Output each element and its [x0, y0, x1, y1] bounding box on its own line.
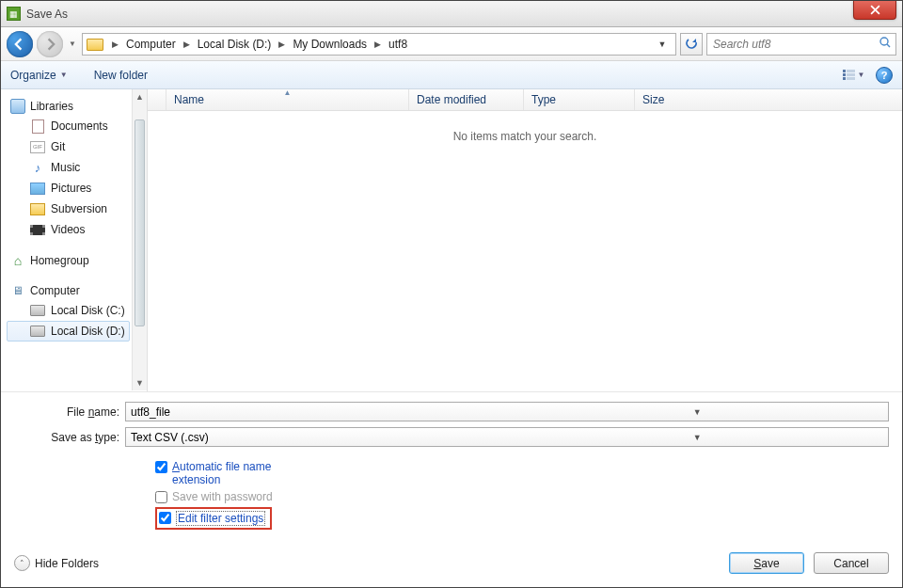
edit-filter-label: Edit filter settings: [176, 511, 265, 526]
close-button[interactable]: [853, 1, 896, 20]
sidebar-item-music[interactable]: Music: [7, 157, 130, 178]
chevron-up-icon: ˄: [14, 555, 30, 571]
titlebar: ▦ Save As: [1, 1, 902, 27]
pictures-icon: [30, 181, 45, 196]
breadcrumb-d-drive[interactable]: Local Disk (D:): [195, 38, 275, 51]
file-name-label: File name:: [14, 405, 125, 419]
back-button[interactable]: [7, 31, 33, 57]
bottom-form: File name: utf8_file ▼ Save as type: Tex…: [1, 391, 902, 587]
svg-rect-4: [847, 73, 855, 76]
svg-rect-2: [847, 70, 855, 72]
music-icon: [30, 160, 45, 175]
sidebar-item-c-drive[interactable]: Local Disk (C:): [7, 300, 130, 321]
address-dropdown[interactable]: ▼: [653, 35, 672, 54]
computer-icon: [10, 283, 25, 298]
column-spacer: [148, 89, 166, 110]
sidebar-group-libraries[interactable]: Libraries: [7, 97, 130, 116]
chevron-right-icon[interactable]: ▶: [179, 40, 195, 49]
file-name-value: utf8_file: [131, 405, 509, 419]
disk-icon: [30, 303, 45, 318]
svg-point-0: [880, 38, 888, 45]
organize-menu[interactable]: Organize ▼: [10, 69, 68, 82]
auto-extension-label: Automatic file name extension: [172, 460, 323, 486]
save-button[interactable]: Save: [729, 552, 804, 574]
breadcrumb-computer[interactable]: Computer: [123, 38, 179, 51]
app-icon: ▦: [7, 7, 21, 21]
organize-label: Organize: [10, 69, 56, 82]
search-box[interactable]: [706, 33, 896, 56]
scroll-up-icon[interactable]: ▲: [133, 89, 147, 104]
search-input[interactable]: [711, 37, 879, 52]
file-list-pane: ▲ Name Date modified Type Size No items …: [148, 89, 902, 391]
sidebar-item-subversion[interactable]: Subversion: [7, 199, 130, 219]
save-type-row: Save as type: Text CSV (.csv) ▼: [14, 427, 889, 447]
refresh-button[interactable]: [680, 33, 703, 56]
sidebar-item-d-drive[interactable]: Local Disk (D:): [7, 321, 130, 342]
help-button[interactable]: ?: [876, 67, 893, 84]
sidebar-item-git[interactable]: Git: [7, 136, 130, 157]
document-icon: [30, 119, 45, 134]
computer-label: Computer: [30, 284, 80, 297]
button-row: ˄ Hide Folders Save Cancel: [14, 552, 889, 574]
column-type[interactable]: Type: [524, 89, 635, 110]
column-size[interactable]: Size: [635, 89, 902, 110]
cancel-button[interactable]: Cancel: [814, 552, 889, 574]
column-headers: ▲ Name Date modified Type Size: [148, 89, 902, 111]
breadcrumb-utf8[interactable]: utf8: [386, 38, 410, 51]
chevron-down-icon[interactable]: ▼: [509, 407, 887, 417]
homegroup-icon: [10, 253, 25, 268]
column-name[interactable]: ▲ Name: [166, 89, 409, 110]
address-bar[interactable]: ▶ Computer ▶ Local Disk (D:) ▶ My Downlo…: [82, 33, 676, 56]
homegroup-label: Homegroup: [30, 254, 89, 267]
save-password-checkbox[interactable]: Save with password: [155, 490, 273, 503]
scroll-thumb[interactable]: [135, 119, 145, 326]
hide-folders-button[interactable]: ˄ Hide Folders: [14, 555, 99, 571]
edit-filter-highlight: Edit filter settings: [155, 507, 272, 530]
chevron-right-icon[interactable]: ▶: [107, 40, 123, 49]
sidebar-item-documents[interactable]: Documents: [7, 116, 130, 136]
arrow-right-icon: [43, 38, 56, 51]
forward-button[interactable]: [37, 31, 63, 57]
hide-folders-label: Hide Folders: [35, 557, 99, 570]
folder-icon: [87, 38, 103, 51]
auto-extension-checkbox[interactable]: Automatic file name extension: [155, 460, 323, 486]
chevron-down-icon[interactable]: ▼: [509, 433, 887, 442]
edit-filter-input[interactable]: [159, 512, 171, 524]
sidebar-item-pictures[interactable]: Pictures: [7, 178, 130, 199]
column-date[interactable]: Date modified: [409, 89, 524, 110]
file-name-input[interactable]: utf8_file ▼: [125, 402, 889, 421]
scroll-down-icon[interactable]: ▼: [133, 375, 147, 390]
search-icon: [879, 36, 892, 52]
views-icon: [842, 69, 856, 81]
save-type-value: Text CSV (.csv): [131, 431, 509, 444]
sidebar-group-computer[interactable]: Computer: [7, 281, 130, 300]
empty-message: No items match your search.: [148, 111, 902, 162]
save-as-dialog: ▦ Save As ▼ ▶ Computer ▶ Local Disk (D:)…: [0, 0, 903, 588]
libraries-label: Libraries: [30, 100, 73, 113]
disk-icon: [30, 324, 45, 339]
save-type-select[interactable]: Text CSV (.csv) ▼: [125, 427, 889, 447]
history-dropdown[interactable]: ▼: [67, 40, 78, 48]
window-controls: [853, 1, 902, 20]
sidebar: Libraries Documents Git Music Pictures S…: [1, 89, 148, 391]
close-icon: [870, 5, 880, 15]
sidebar-scrollbar[interactable]: ▲ ▼: [132, 89, 147, 390]
chevron-right-icon[interactable]: ▶: [274, 40, 290, 49]
views-button[interactable]: ▼: [838, 66, 868, 85]
chevron-down-icon: ▼: [60, 71, 68, 79]
sidebar-item-videos[interactable]: Videos: [7, 219, 130, 240]
main-body: Libraries Documents Git Music Pictures S…: [1, 89, 902, 391]
new-folder-button[interactable]: New folder: [94, 69, 148, 82]
auto-extension-input[interactable]: [155, 461, 167, 473]
navigation-bar: ▼ ▶ Computer ▶ Local Disk (D:) ▶ My Down…: [1, 27, 902, 61]
window-title: Save As: [26, 8, 68, 21]
git-icon: [30, 139, 45, 154]
breadcrumb-downloads[interactable]: My Downloads: [290, 38, 370, 51]
chevron-right-icon[interactable]: ▶: [370, 40, 386, 49]
svg-rect-3: [843, 73, 846, 76]
svg-rect-6: [847, 77, 855, 80]
sidebar-group-homegroup[interactable]: Homegroup: [7, 251, 130, 270]
save-type-label: Save as type:: [14, 431, 125, 444]
edit-filter-checkbox[interactable]: Edit filter settings: [159, 511, 265, 526]
save-password-input[interactable]: [155, 491, 167, 503]
